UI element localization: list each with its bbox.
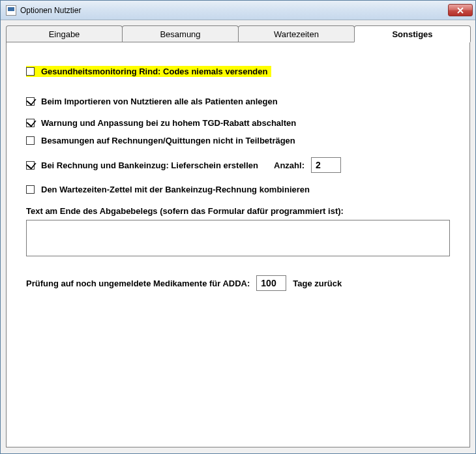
option-gesundheitsmonitoring: Gesundheitsmonitoring Rind: Codes niemal…	[26, 66, 450, 77]
window-icon	[6, 5, 16, 16]
tab-eingabe[interactable]: Eingabe	[6, 25, 123, 42]
label-import-patienten: Beim Importieren von Nutztieren alle als…	[41, 97, 278, 106]
label-wartezeiten-zettel: Den Wartezeiten-Zettel mit der Bankeinzu…	[41, 185, 310, 194]
input-adda-days[interactable]	[256, 275, 286, 291]
tab-wartezeiten[interactable]: Wartezeiten	[238, 25, 355, 42]
tab-container: Eingabe Besamung Wartezeiten Sonstiges G…	[6, 25, 470, 448]
option-import-patienten: Beim Importieren von Nutztieren alle als…	[26, 97, 450, 106]
titlebar: Optionen Nutztier	[1, 1, 475, 20]
close-button[interactable]	[448, 4, 473, 16]
window-title: Optionen Nutztier	[20, 6, 448, 15]
option-wartezeiten-zettel: Den Wartezeiten-Zettel mit der Bankeinzu…	[26, 185, 450, 194]
option-adda: Prüfung auf noch ungemeldete Medikamente…	[26, 275, 450, 291]
label-adda-after: Tage zurück	[293, 279, 342, 288]
checkbox-besamungen-teilbetraege[interactable]	[26, 136, 35, 145]
checkbox-lieferschein[interactable]	[26, 161, 35, 170]
label-anzahl: Anzahl:	[274, 160, 305, 170]
checkbox-import-patienten[interactable]	[26, 97, 35, 106]
label-tgd-rabatt: Warnung und Anpassung bei zu hohem TGD-R…	[41, 118, 296, 128]
option-tgd-rabatt: Warnung und Anpassung bei zu hohem TGD-R…	[26, 118, 450, 128]
label-gesundheitsmonitoring: Gesundheitsmonitoring Rind: Codes niemal…	[41, 67, 267, 76]
checkbox-wartezeiten-zettel[interactable]	[26, 185, 35, 194]
label-besamungen-teilbetraege: Besamungen auf Rechnungen/Quittungen nic…	[41, 136, 295, 145]
tab-besamung[interactable]: Besamung	[122, 25, 239, 42]
textarea-abgabebeleg[interactable]	[26, 220, 450, 256]
close-icon	[457, 7, 464, 14]
input-lieferschein-anzahl[interactable]	[311, 157, 341, 173]
tab-panel-sonstiges: Gesundheitsmonitoring Rind: Codes niemal…	[6, 42, 470, 447]
tab-header: Eingabe Besamung Wartezeiten Sonstiges	[6, 25, 470, 42]
highlighted-option: Gesundheitsmonitoring Rind: Codes niemal…	[26, 66, 271, 77]
option-besamungen-teilbetraege: Besamungen auf Rechnungen/Quittungen nic…	[26, 136, 450, 145]
label-abgabebeleg-text: Text am Ende des Abgabebelegs (sofern da…	[26, 206, 450, 216]
checkbox-tgd-rabatt[interactable]	[26, 119, 35, 127]
option-lieferschein: Bei Rechnung und Bankeinzug: Lieferschei…	[26, 157, 450, 173]
label-adda-before: Prüfung auf noch ungemeldete Medikamente…	[26, 279, 250, 288]
tab-sonstiges[interactable]: Sonstiges	[354, 25, 471, 42]
checkbox-gesundheitsmonitoring[interactable]	[26, 67, 35, 76]
label-lieferschein: Bei Rechnung und Bankeinzug: Lieferschei…	[41, 160, 258, 170]
options-dialog: Optionen Nutztier Eingabe Besamung Warte…	[0, 0, 476, 454]
content-area: Eingabe Besamung Wartezeiten Sonstiges G…	[1, 20, 475, 453]
